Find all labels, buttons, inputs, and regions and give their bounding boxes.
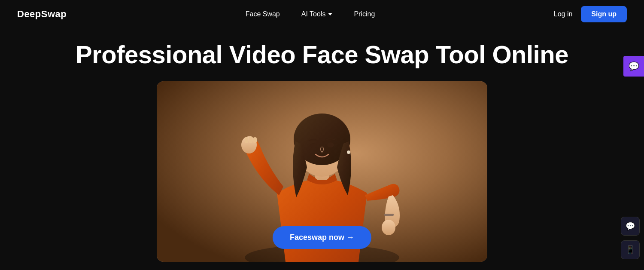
nav-center: Face Swap AI Tools Pricing: [246, 10, 375, 18]
svg-rect-5: [253, 137, 257, 143]
svg-point-6: [382, 220, 395, 235]
main-content: Professional Video Face Swap Tool Online: [0, 28, 644, 262]
nav-right: Log in Sign up: [554, 6, 627, 22]
app-icon: 📱: [626, 245, 635, 255]
svg-point-11: [327, 142, 334, 147]
chevron-down-icon: [328, 13, 332, 15]
message-widget[interactable]: 💬: [621, 217, 640, 236]
chat-widget[interactable]: 💬: [623, 56, 644, 77]
faceswap-btn-overlay: Faceswap now →: [273, 226, 371, 249]
login-link[interactable]: Log in: [554, 10, 573, 18]
video-container: Faceswap now →: [157, 81, 487, 262]
hero-title: Professional Video Face Swap Tool Online: [76, 41, 568, 68]
navbar: DeepSwap Face Swap AI Tools Pricing Log …: [0, 0, 644, 28]
svg-point-12: [347, 150, 350, 154]
logo-text: DeepSwap: [17, 9, 67, 19]
nav-face-swap[interactable]: Face Swap: [246, 10, 280, 18]
signup-button[interactable]: Sign up: [581, 6, 627, 22]
ai-tools-label: AI Tools: [301, 10, 326, 18]
svg-rect-3: [245, 137, 248, 143]
svg-point-10: [310, 143, 317, 148]
message-icon: 💬: [626, 221, 635, 231]
faceswap-now-button[interactable]: Faceswap now →: [273, 226, 371, 249]
logo[interactable]: DeepSwap: [17, 9, 67, 20]
nav-pricing[interactable]: Pricing: [354, 10, 375, 18]
app-widget[interactable]: 📱: [621, 240, 640, 259]
nav-ai-tools[interactable]: AI Tools: [301, 10, 333, 18]
svg-rect-4: [249, 136, 252, 143]
chat-bubble-icon: 💬: [629, 61, 639, 71]
svg-rect-13: [384, 214, 394, 216]
